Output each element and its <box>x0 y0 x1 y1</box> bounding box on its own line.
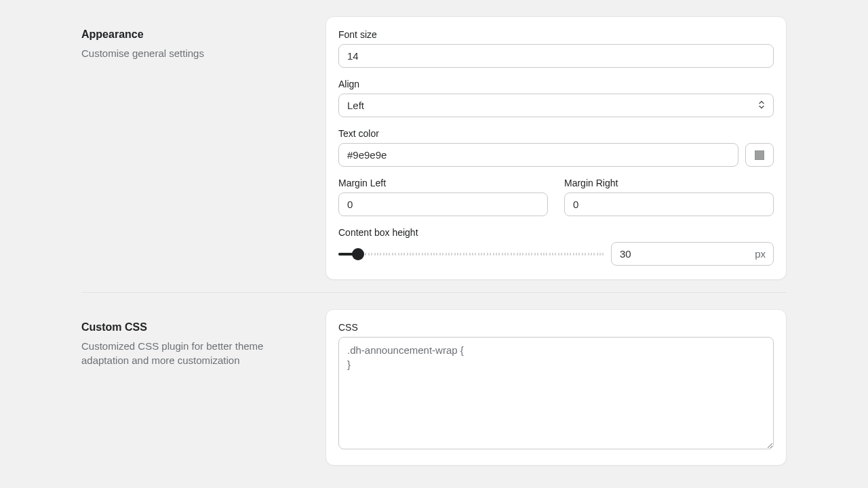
content-box-height-slider[interactable] <box>338 247 604 262</box>
appearance-card: Font size Align Left <box>326 16 787 280</box>
content-box-height-field: Content box height px <box>338 227 774 266</box>
align-label: Align <box>338 79 774 89</box>
margin-left-field: Margin Left <box>338 178 548 216</box>
custom-css-header: Custom CSS Customized CSS plugin for bet… <box>81 309 326 466</box>
appearance-title: Appearance <box>81 28 326 41</box>
font-size-input[interactable] <box>338 44 774 68</box>
text-color-input[interactable] <box>338 143 738 167</box>
align-select[interactable]: Left <box>338 94 774 117</box>
color-swatch-icon <box>755 150 764 160</box>
margin-left-input[interactable] <box>338 192 548 216</box>
content-box-height-label: Content box height <box>338 227 774 238</box>
appearance-section: Appearance Customise general settings Fo… <box>81 0 787 280</box>
appearance-header: Appearance Customise general settings <box>81 16 326 280</box>
font-size-field: Font size <box>338 29 774 68</box>
margin-fields: Margin Left Margin Right <box>338 178 774 216</box>
content-box-height-input[interactable] <box>611 242 774 266</box>
slider-thumb-icon[interactable] <box>352 248 364 260</box>
custom-css-section: Custom CSS Customized CSS plugin for bet… <box>81 292 787 466</box>
font-size-label: Font size <box>338 29 774 40</box>
custom-css-card: CSS <box>326 309 787 466</box>
css-field: CSS <box>338 322 774 451</box>
css-label: CSS <box>338 322 774 333</box>
css-textarea[interactable] <box>338 337 774 449</box>
custom-css-title: Custom CSS <box>81 321 326 333</box>
text-color-swatch-button[interactable] <box>745 143 774 167</box>
margin-right-input[interactable] <box>564 192 774 216</box>
margin-left-label: Margin Left <box>338 178 548 188</box>
custom-css-desc: Customized CSS plugin for better theme a… <box>81 339 326 367</box>
margin-right-field: Margin Right <box>564 178 774 216</box>
align-field: Align Left <box>338 79 774 117</box>
text-color-field: Text color <box>338 128 774 167</box>
margin-right-label: Margin Right <box>564 178 774 188</box>
text-color-label: Text color <box>338 128 774 139</box>
appearance-desc: Customise general settings <box>81 46 326 60</box>
